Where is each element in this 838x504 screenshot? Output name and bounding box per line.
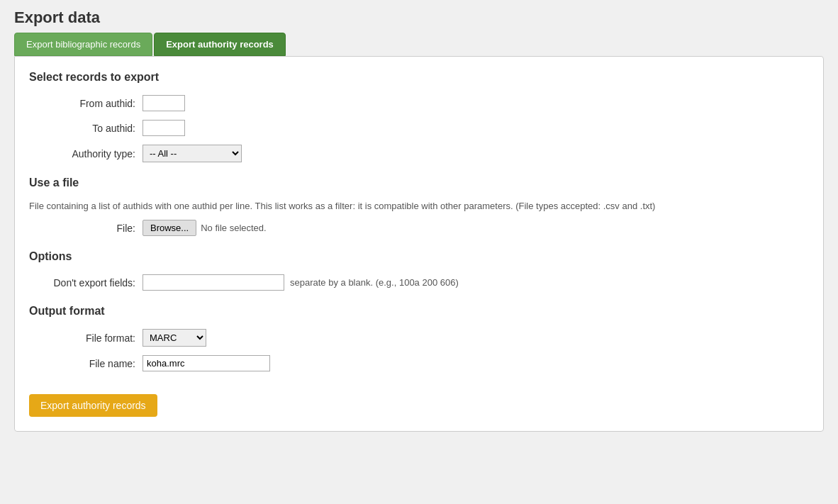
authority-type-label: Authority type:: [29, 148, 143, 159]
file-format-label: File format:: [29, 332, 143, 344]
file-name-group: File name:: [29, 355, 809, 371]
file-name-label: File name:: [29, 358, 143, 369]
tabs-bar: Export bibliographic records Export auth…: [0, 33, 838, 56]
to-authid-group: To authid:: [29, 120, 809, 136]
dont-export-hint: separate by a blank. (e.g., 100a 200 606…: [290, 277, 459, 288]
export-authority-records-button[interactable]: Export authority records: [29, 394, 157, 417]
file-format-group: File format: MARC: [29, 329, 809, 347]
from-authid-input[interactable]: [143, 95, 185, 111]
authority-type-select[interactable]: -- All --: [143, 145, 242, 162]
dont-export-input[interactable]: [143, 274, 284, 291]
export-button-container: Export authority records: [29, 380, 809, 417]
browse-button[interactable]: Browse...: [143, 220, 196, 236]
use-file-title: Use a file: [29, 177, 809, 189]
from-authid-group: From authid:: [29, 95, 809, 111]
to-authid-label: To authid:: [29, 123, 143, 134]
file-name-input[interactable]: [143, 355, 270, 371]
from-authid-label: From authid:: [29, 98, 143, 109]
authority-type-group: Authority type: -- All --: [29, 145, 809, 162]
select-records-title: Select records to export: [29, 71, 809, 84]
page-title: Export data: [0, 0, 838, 33]
no-file-text: No file selected.: [201, 223, 267, 233]
to-authid-input[interactable]: [143, 120, 185, 136]
dont-export-group: Don't export fields: separate by a blank…: [29, 274, 809, 291]
tab-authority[interactable]: Export authority records: [154, 33, 286, 56]
file-format-select[interactable]: MARC: [143, 329, 206, 347]
tab-bibliographic[interactable]: Export bibliographic records: [14, 33, 152, 56]
file-group: File: Browse... No file selected.: [29, 220, 809, 236]
file-label: File:: [29, 223, 143, 234]
use-file-description: File containing a list of authids with o…: [29, 201, 809, 211]
output-format-title: Output format: [29, 305, 809, 318]
main-content: Select records to export From authid: To…: [14, 56, 824, 432]
options-title: Options: [29, 250, 809, 263]
dont-export-label: Don't export fields:: [29, 277, 143, 289]
